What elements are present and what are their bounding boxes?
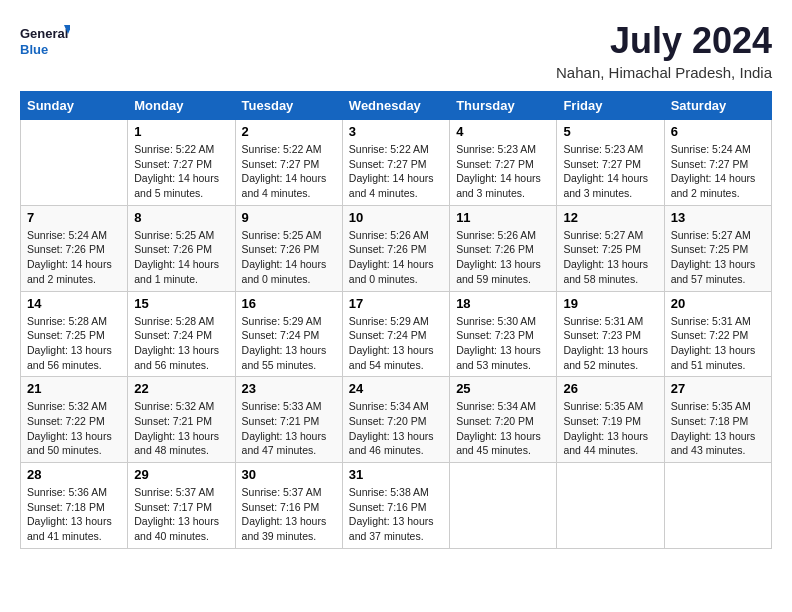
day-number: 30 <box>242 467 336 482</box>
calendar-cell: 15Sunrise: 5:28 AMSunset: 7:24 PMDayligh… <box>128 291 235 377</box>
day-number: 9 <box>242 210 336 225</box>
day-info: Sunrise: 5:34 AMSunset: 7:20 PMDaylight:… <box>349 399 443 458</box>
day-info: Sunrise: 5:27 AMSunset: 7:25 PMDaylight:… <box>671 228 765 287</box>
day-number: 19 <box>563 296 657 311</box>
weekday-header: Saturday <box>664 92 771 120</box>
weekday-header: Thursday <box>450 92 557 120</box>
day-info: Sunrise: 5:26 AMSunset: 7:26 PMDaylight:… <box>456 228 550 287</box>
svg-text:General: General <box>20 26 68 41</box>
day-info: Sunrise: 5:32 AMSunset: 7:21 PMDaylight:… <box>134 399 228 458</box>
calendar-cell: 11Sunrise: 5:26 AMSunset: 7:26 PMDayligh… <box>450 205 557 291</box>
calendar-cell: 1Sunrise: 5:22 AMSunset: 7:27 PMDaylight… <box>128 120 235 206</box>
month-year: July 2024 <box>556 20 772 62</box>
day-info: Sunrise: 5:24 AMSunset: 7:27 PMDaylight:… <box>671 142 765 201</box>
location: Nahan, Himachal Pradesh, India <box>556 64 772 81</box>
week-row: 1Sunrise: 5:22 AMSunset: 7:27 PMDaylight… <box>21 120 772 206</box>
calendar-cell: 30Sunrise: 5:37 AMSunset: 7:16 PMDayligh… <box>235 463 342 549</box>
day-number: 12 <box>563 210 657 225</box>
calendar-cell <box>557 463 664 549</box>
week-row: 14Sunrise: 5:28 AMSunset: 7:25 PMDayligh… <box>21 291 772 377</box>
day-number: 17 <box>349 296 443 311</box>
calendar-cell: 10Sunrise: 5:26 AMSunset: 7:26 PMDayligh… <box>342 205 449 291</box>
day-info: Sunrise: 5:26 AMSunset: 7:26 PMDaylight:… <box>349 228 443 287</box>
day-number: 7 <box>27 210 121 225</box>
calendar-cell: 20Sunrise: 5:31 AMSunset: 7:22 PMDayligh… <box>664 291 771 377</box>
week-row: 7Sunrise: 5:24 AMSunset: 7:26 PMDaylight… <box>21 205 772 291</box>
calendar-cell: 13Sunrise: 5:27 AMSunset: 7:25 PMDayligh… <box>664 205 771 291</box>
day-info: Sunrise: 5:29 AMSunset: 7:24 PMDaylight:… <box>242 314 336 373</box>
day-info: Sunrise: 5:31 AMSunset: 7:23 PMDaylight:… <box>563 314 657 373</box>
day-info: Sunrise: 5:22 AMSunset: 7:27 PMDaylight:… <box>242 142 336 201</box>
calendar-cell: 27Sunrise: 5:35 AMSunset: 7:18 PMDayligh… <box>664 377 771 463</box>
day-info: Sunrise: 5:35 AMSunset: 7:18 PMDaylight:… <box>671 399 765 458</box>
calendar-cell: 19Sunrise: 5:31 AMSunset: 7:23 PMDayligh… <box>557 291 664 377</box>
weekday-header: Tuesday <box>235 92 342 120</box>
day-number: 1 <box>134 124 228 139</box>
day-info: Sunrise: 5:25 AMSunset: 7:26 PMDaylight:… <box>134 228 228 287</box>
day-number: 14 <box>27 296 121 311</box>
day-number: 24 <box>349 381 443 396</box>
day-number: 5 <box>563 124 657 139</box>
weekday-header: Friday <box>557 92 664 120</box>
calendar-cell: 5Sunrise: 5:23 AMSunset: 7:27 PMDaylight… <box>557 120 664 206</box>
day-info: Sunrise: 5:31 AMSunset: 7:22 PMDaylight:… <box>671 314 765 373</box>
week-row: 21Sunrise: 5:32 AMSunset: 7:22 PMDayligh… <box>21 377 772 463</box>
day-info: Sunrise: 5:38 AMSunset: 7:16 PMDaylight:… <box>349 485 443 544</box>
day-number: 15 <box>134 296 228 311</box>
day-info: Sunrise: 5:24 AMSunset: 7:26 PMDaylight:… <box>27 228 121 287</box>
day-info: Sunrise: 5:30 AMSunset: 7:23 PMDaylight:… <box>456 314 550 373</box>
day-number: 18 <box>456 296 550 311</box>
day-info: Sunrise: 5:34 AMSunset: 7:20 PMDaylight:… <box>456 399 550 458</box>
calendar-cell: 4Sunrise: 5:23 AMSunset: 7:27 PMDaylight… <box>450 120 557 206</box>
day-info: Sunrise: 5:23 AMSunset: 7:27 PMDaylight:… <box>563 142 657 201</box>
day-number: 8 <box>134 210 228 225</box>
day-info: Sunrise: 5:25 AMSunset: 7:26 PMDaylight:… <box>242 228 336 287</box>
week-row: 28Sunrise: 5:36 AMSunset: 7:18 PMDayligh… <box>21 463 772 549</box>
day-info: Sunrise: 5:27 AMSunset: 7:25 PMDaylight:… <box>563 228 657 287</box>
day-info: Sunrise: 5:33 AMSunset: 7:21 PMDaylight:… <box>242 399 336 458</box>
day-info: Sunrise: 5:36 AMSunset: 7:18 PMDaylight:… <box>27 485 121 544</box>
calendar-cell: 18Sunrise: 5:30 AMSunset: 7:23 PMDayligh… <box>450 291 557 377</box>
calendar-cell: 23Sunrise: 5:33 AMSunset: 7:21 PMDayligh… <box>235 377 342 463</box>
calendar-cell: 8Sunrise: 5:25 AMSunset: 7:26 PMDaylight… <box>128 205 235 291</box>
calendar-cell: 14Sunrise: 5:28 AMSunset: 7:25 PMDayligh… <box>21 291 128 377</box>
day-number: 25 <box>456 381 550 396</box>
calendar-cell: 7Sunrise: 5:24 AMSunset: 7:26 PMDaylight… <box>21 205 128 291</box>
day-number: 22 <box>134 381 228 396</box>
day-number: 28 <box>27 467 121 482</box>
calendar-cell: 12Sunrise: 5:27 AMSunset: 7:25 PMDayligh… <box>557 205 664 291</box>
day-number: 23 <box>242 381 336 396</box>
day-info: Sunrise: 5:22 AMSunset: 7:27 PMDaylight:… <box>134 142 228 201</box>
logo-svg: General Blue <box>20 20 70 65</box>
day-info: Sunrise: 5:28 AMSunset: 7:24 PMDaylight:… <box>134 314 228 373</box>
day-number: 11 <box>456 210 550 225</box>
day-number: 10 <box>349 210 443 225</box>
calendar-cell: 3Sunrise: 5:22 AMSunset: 7:27 PMDaylight… <box>342 120 449 206</box>
calendar-cell: 24Sunrise: 5:34 AMSunset: 7:20 PMDayligh… <box>342 377 449 463</box>
calendar-cell: 21Sunrise: 5:32 AMSunset: 7:22 PMDayligh… <box>21 377 128 463</box>
calendar-cell: 16Sunrise: 5:29 AMSunset: 7:24 PMDayligh… <box>235 291 342 377</box>
day-info: Sunrise: 5:37 AMSunset: 7:16 PMDaylight:… <box>242 485 336 544</box>
calendar-cell <box>450 463 557 549</box>
day-info: Sunrise: 5:23 AMSunset: 7:27 PMDaylight:… <box>456 142 550 201</box>
day-number: 21 <box>27 381 121 396</box>
calendar-cell: 25Sunrise: 5:34 AMSunset: 7:20 PMDayligh… <box>450 377 557 463</box>
day-info: Sunrise: 5:35 AMSunset: 7:19 PMDaylight:… <box>563 399 657 458</box>
calendar-cell: 9Sunrise: 5:25 AMSunset: 7:26 PMDaylight… <box>235 205 342 291</box>
calendar-cell: 26Sunrise: 5:35 AMSunset: 7:19 PMDayligh… <box>557 377 664 463</box>
weekday-header-row: SundayMondayTuesdayWednesdayThursdayFrid… <box>21 92 772 120</box>
weekday-header: Wednesday <box>342 92 449 120</box>
day-info: Sunrise: 5:22 AMSunset: 7:27 PMDaylight:… <box>349 142 443 201</box>
calendar-cell: 22Sunrise: 5:32 AMSunset: 7:21 PMDayligh… <box>128 377 235 463</box>
day-number: 26 <box>563 381 657 396</box>
day-number: 6 <box>671 124 765 139</box>
weekday-header: Sunday <box>21 92 128 120</box>
day-info: Sunrise: 5:32 AMSunset: 7:22 PMDaylight:… <box>27 399 121 458</box>
day-number: 20 <box>671 296 765 311</box>
calendar-cell <box>21 120 128 206</box>
calendar-cell: 2Sunrise: 5:22 AMSunset: 7:27 PMDaylight… <box>235 120 342 206</box>
calendar-cell <box>664 463 771 549</box>
page-header: General Blue July 2024 Nahan, Himachal P… <box>20 20 772 81</box>
logo: General Blue <box>20 20 70 65</box>
title-area: July 2024 Nahan, Himachal Pradesh, India <box>556 20 772 81</box>
